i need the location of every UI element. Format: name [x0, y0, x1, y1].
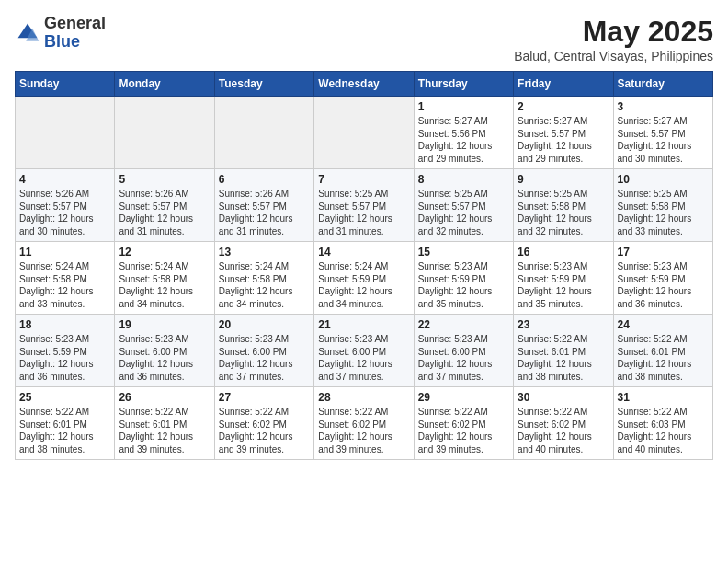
day-info: Sunrise: 5:22 AM Sunset: 6:02 PM Dayligh… [318, 406, 409, 455]
day-info: Sunrise: 5:25 AM Sunset: 5:57 PM Dayligh… [318, 188, 409, 237]
calendar-cell: 24Sunrise: 5:22 AM Sunset: 6:01 PM Dayli… [613, 315, 712, 387]
week-row-2: 4Sunrise: 5:26 AM Sunset: 5:57 PM Daylig… [16, 169, 713, 242]
day-info: Sunrise: 5:27 AM Sunset: 5:57 PM Dayligh… [518, 115, 609, 165]
day-info: Sunrise: 5:23 AM Sunset: 6:00 PM Dayligh… [219, 333, 310, 383]
calendar-cell: 30Sunrise: 5:22 AM Sunset: 6:02 PM Dayli… [514, 387, 613, 460]
logo: General Blue [15, 15, 106, 52]
header: General Blue May 2025 Balud, Central Vis… [15, 15, 713, 63]
day-number: 9 [518, 173, 609, 186]
day-info: Sunrise: 5:27 AM Sunset: 5:56 PM Dayligh… [418, 115, 509, 165]
day-info: Sunrise: 5:22 AM Sunset: 6:02 PM Dayligh… [418, 406, 509, 455]
day-info: Sunrise: 5:22 AM Sunset: 6:03 PM Dayligh… [618, 406, 709, 455]
calendar-cell: 15Sunrise: 5:23 AM Sunset: 5:59 PM Dayli… [414, 242, 513, 315]
day-number: 19 [119, 318, 210, 331]
day-info: Sunrise: 5:24 AM Sunset: 5:58 PM Dayligh… [119, 260, 210, 310]
day-number: 17 [618, 246, 709, 259]
day-info: Sunrise: 5:23 AM Sunset: 6:00 PM Dayligh… [318, 333, 409, 383]
calendar-cell: 19Sunrise: 5:23 AM Sunset: 6:00 PM Dayli… [115, 315, 214, 387]
day-info: Sunrise: 5:22 AM Sunset: 6:01 PM Dayligh… [618, 333, 709, 383]
calendar-cell: 10Sunrise: 5:25 AM Sunset: 5:58 PM Dayli… [613, 169, 712, 242]
weekday-header-saturday: Saturday [613, 72, 712, 97]
weekday-header-friday: Friday [514, 72, 613, 97]
calendar-cell: 14Sunrise: 5:24 AM Sunset: 5:59 PM Dayli… [314, 242, 414, 315]
day-info: Sunrise: 5:23 AM Sunset: 5:59 PM Dayligh… [19, 333, 110, 383]
day-number: 13 [219, 246, 310, 259]
day-info: Sunrise: 5:23 AM Sunset: 5:59 PM Dayligh… [618, 260, 709, 310]
week-row-4: 18Sunrise: 5:23 AM Sunset: 5:59 PM Dayli… [16, 315, 713, 387]
day-number: 11 [19, 246, 110, 259]
day-info: Sunrise: 5:27 AM Sunset: 5:57 PM Dayligh… [618, 115, 709, 165]
day-number: 6 [219, 173, 310, 186]
day-number: 10 [618, 173, 709, 186]
day-number: 25 [19, 391, 110, 404]
day-number: 15 [418, 246, 509, 259]
day-number: 24 [618, 318, 709, 331]
day-number: 21 [318, 318, 409, 331]
calendar-cell: 27Sunrise: 5:22 AM Sunset: 6:02 PM Dayli… [214, 387, 313, 460]
logo-blue: Blue [44, 32, 80, 51]
day-info: Sunrise: 5:26 AM Sunset: 5:57 PM Dayligh… [219, 188, 310, 237]
calendar-cell: 7Sunrise: 5:25 AM Sunset: 5:57 PM Daylig… [314, 169, 414, 242]
day-info: Sunrise: 5:23 AM Sunset: 6:00 PM Dayligh… [119, 333, 210, 383]
day-number: 12 [119, 246, 210, 259]
calendar-cell [115, 97, 214, 169]
calendar-cell: 11Sunrise: 5:24 AM Sunset: 5:58 PM Dayli… [16, 242, 115, 315]
calendar-cell: 9Sunrise: 5:25 AM Sunset: 5:58 PM Daylig… [514, 169, 613, 242]
calendar-cell [314, 97, 414, 169]
weekday-header-sunday: Sunday [16, 72, 115, 97]
calendar-cell: 2Sunrise: 5:27 AM Sunset: 5:57 PM Daylig… [514, 97, 613, 169]
calendar-cell: 28Sunrise: 5:22 AM Sunset: 6:02 PM Dayli… [314, 387, 414, 460]
logo-text: General Blue [44, 15, 106, 52]
day-number: 20 [219, 318, 310, 331]
calendar-cell: 12Sunrise: 5:24 AM Sunset: 5:58 PM Dayli… [115, 242, 214, 315]
calendar-cell: 8Sunrise: 5:25 AM Sunset: 5:57 PM Daylig… [414, 169, 513, 242]
logo-general: General [44, 14, 106, 32]
calendar-cell: 31Sunrise: 5:22 AM Sunset: 6:03 PM Dayli… [613, 387, 712, 460]
week-row-5: 25Sunrise: 5:22 AM Sunset: 6:01 PM Dayli… [16, 387, 713, 460]
calendar-cell: 20Sunrise: 5:23 AM Sunset: 6:00 PM Dayli… [214, 315, 313, 387]
day-number: 4 [19, 173, 110, 186]
day-info: Sunrise: 5:22 AM Sunset: 6:01 PM Dayligh… [518, 333, 609, 383]
week-row-3: 11Sunrise: 5:24 AM Sunset: 5:58 PM Dayli… [16, 242, 713, 315]
calendar-cell: 26Sunrise: 5:22 AM Sunset: 6:01 PM Dayli… [115, 387, 214, 460]
title-section: May 2025 Balud, Central Visayas, Philipp… [514, 15, 713, 63]
calendar-cell: 21Sunrise: 5:23 AM Sunset: 6:00 PM Dayli… [314, 315, 414, 387]
day-info: Sunrise: 5:22 AM Sunset: 6:02 PM Dayligh… [518, 406, 609, 455]
day-info: Sunrise: 5:23 AM Sunset: 6:00 PM Dayligh… [418, 333, 509, 383]
day-number: 28 [318, 391, 409, 404]
day-number: 26 [119, 391, 210, 404]
day-info: Sunrise: 5:24 AM Sunset: 5:58 PM Dayligh… [219, 260, 310, 310]
day-info: Sunrise: 5:22 AM Sunset: 6:01 PM Dayligh… [119, 406, 210, 455]
weekday-header-monday: Monday [115, 72, 214, 97]
day-number: 3 [618, 100, 709, 113]
calendar-cell [214, 97, 313, 169]
day-info: Sunrise: 5:24 AM Sunset: 5:58 PM Dayligh… [19, 260, 110, 310]
day-info: Sunrise: 5:22 AM Sunset: 6:02 PM Dayligh… [219, 406, 310, 455]
calendar-cell [16, 97, 115, 169]
weekday-header-wednesday: Wednesday [314, 72, 414, 97]
day-info: Sunrise: 5:25 AM Sunset: 5:58 PM Dayligh… [618, 188, 709, 237]
day-number: 23 [518, 318, 609, 331]
week-row-1: 1Sunrise: 5:27 AM Sunset: 5:56 PM Daylig… [16, 97, 713, 169]
weekday-header-thursday: Thursday [414, 72, 513, 97]
day-number: 30 [518, 391, 609, 404]
day-info: Sunrise: 5:26 AM Sunset: 5:57 PM Dayligh… [19, 188, 110, 237]
calendar-cell: 25Sunrise: 5:22 AM Sunset: 6:01 PM Dayli… [16, 387, 115, 460]
day-info: Sunrise: 5:25 AM Sunset: 5:57 PM Dayligh… [418, 188, 509, 237]
day-number: 7 [318, 173, 409, 186]
logo-icon [15, 20, 40, 46]
calendar-cell: 16Sunrise: 5:23 AM Sunset: 5:59 PM Dayli… [514, 242, 613, 315]
day-info: Sunrise: 5:24 AM Sunset: 5:59 PM Dayligh… [318, 260, 409, 310]
weekday-header-row: SundayMondayTuesdayWednesdayThursdayFrid… [16, 72, 713, 97]
calendar-cell: 29Sunrise: 5:22 AM Sunset: 6:02 PM Dayli… [414, 387, 513, 460]
day-number: 1 [418, 100, 509, 113]
day-number: 29 [418, 391, 509, 404]
day-info: Sunrise: 5:23 AM Sunset: 5:59 PM Dayligh… [418, 260, 509, 310]
weekday-header-tuesday: Tuesday [214, 72, 313, 97]
day-info: Sunrise: 5:25 AM Sunset: 5:58 PM Dayligh… [518, 188, 609, 237]
day-number: 8 [418, 173, 509, 186]
calendar-cell: 5Sunrise: 5:26 AM Sunset: 5:57 PM Daylig… [115, 169, 214, 242]
calendar-cell: 3Sunrise: 5:27 AM Sunset: 5:57 PM Daylig… [613, 97, 712, 169]
day-info: Sunrise: 5:23 AM Sunset: 5:59 PM Dayligh… [518, 260, 609, 310]
calendar-cell: 17Sunrise: 5:23 AM Sunset: 5:59 PM Dayli… [613, 242, 712, 315]
